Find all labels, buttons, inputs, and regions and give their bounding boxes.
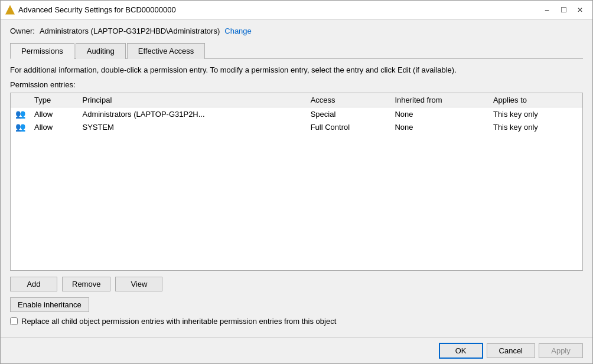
- col-header-inherited: Inherited from: [390, 93, 488, 107]
- row-type: Allow: [30, 107, 77, 121]
- row-applies: This key only: [488, 107, 582, 121]
- tab-bar: Permissions Auditing Effective Access: [10, 42, 583, 59]
- minimize-button[interactable]: –: [539, 4, 555, 16]
- permission-entries-label: Permission entries:: [10, 80, 583, 89]
- ok-button[interactable]: OK: [439, 343, 483, 359]
- col-header-applies: Applies to: [488, 93, 582, 107]
- col-header-type: [11, 93, 30, 107]
- row-inherited: None: [390, 120, 488, 133]
- window-icon: [5, 5, 15, 15]
- replace-checkbox-label: Replace all child object permission entr…: [21, 317, 336, 326]
- bottom-bar: OK Cancel Apply: [1, 337, 592, 363]
- row-inherited: None: [390, 107, 488, 121]
- row-access: Special: [306, 107, 390, 121]
- owner-label: Owner:: [10, 27, 35, 35]
- table-row[interactable]: 👥 Allow SYSTEM Full Control None This ke…: [11, 120, 582, 133]
- tab-effective-access[interactable]: Effective Access: [127, 43, 205, 59]
- apply-button[interactable]: Apply: [539, 343, 583, 358]
- info-text: For additional information, double-click…: [10, 65, 583, 76]
- col-header-principal: Principal: [77, 93, 305, 107]
- add-button[interactable]: Add: [10, 277, 57, 291]
- owner-row: Owner: Administrators (LAPTOP-G31P2HBD\A…: [10, 27, 583, 35]
- row-icon-cell: 👥: [11, 120, 30, 133]
- table-row[interactable]: 👥 Allow Administrators (LAPTOP-G31P2H...…: [11, 107, 582, 121]
- row-applies: This key only: [488, 120, 582, 133]
- replace-checkbox[interactable]: [10, 317, 18, 325]
- col-header-access: Access: [306, 93, 390, 107]
- user-icon: 👥: [15, 109, 25, 119]
- window-controls: – ☐ ✕: [539, 4, 588, 16]
- content-area: Owner: Administrators (LAPTOP-G31P2HBD\A…: [1, 19, 592, 337]
- permission-table-container: Type Principal Access Inherited from App…: [10, 93, 583, 271]
- window-title: Advanced Security Settings for BCD000000…: [18, 5, 539, 14]
- maximize-button[interactable]: ☐: [556, 4, 571, 16]
- main-window: Advanced Security Settings for BCD000000…: [0, 0, 593, 364]
- replace-checkbox-row: Replace all child object permission entr…: [10, 317, 583, 326]
- col-header-type-label: Type: [30, 93, 77, 107]
- row-access: Full Control: [306, 120, 390, 133]
- permission-table: Type Principal Access Inherited from App…: [11, 93, 582, 133]
- row-principal: SYSTEM: [77, 120, 305, 133]
- enable-inheritance-button[interactable]: Enable inheritance: [10, 297, 89, 312]
- tab-auditing[interactable]: Auditing: [76, 43, 126, 59]
- cancel-button[interactable]: Cancel: [487, 343, 535, 358]
- row-type: Allow: [30, 120, 77, 133]
- row-principal: Administrators (LAPTOP-G31P2H...: [77, 107, 305, 121]
- change-owner-link[interactable]: Change: [224, 27, 252, 35]
- remove-button[interactable]: Remove: [62, 277, 110, 291]
- view-button[interactable]: View: [115, 277, 162, 291]
- owner-value: Administrators (LAPTOP-G31P2HBD\Administ…: [40, 27, 220, 35]
- row-icon-cell: 👥: [11, 107, 30, 121]
- close-button[interactable]: ✕: [572, 4, 588, 16]
- table-header-row: Type Principal Access Inherited from App…: [11, 93, 582, 107]
- action-buttons-row: Add Remove View: [10, 277, 583, 291]
- user-icon: 👥: [15, 122, 25, 132]
- inheritance-row: Enable inheritance: [10, 297, 583, 312]
- title-bar: Advanced Security Settings for BCD000000…: [1, 1, 592, 19]
- tab-permissions[interactable]: Permissions: [10, 43, 74, 59]
